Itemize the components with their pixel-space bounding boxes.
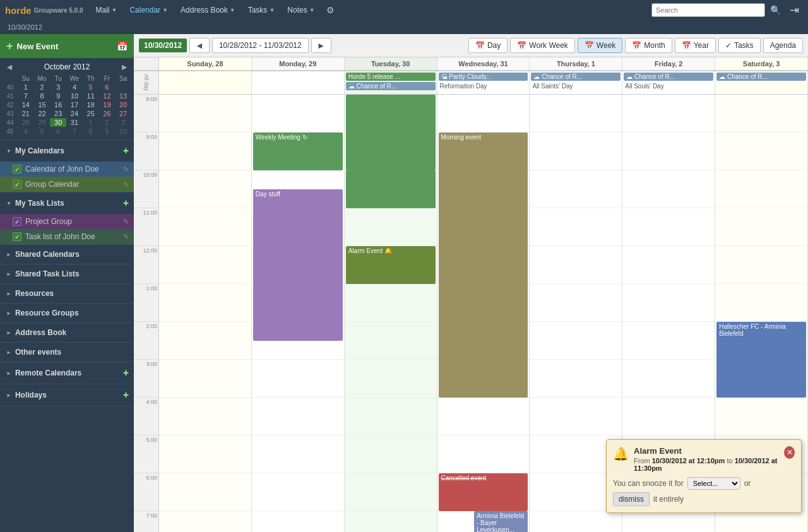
mini-cal-day[interactable]: 23 bbox=[50, 109, 66, 118]
slot-sat3-1200[interactable] bbox=[715, 246, 807, 284]
slot-fri2-700[interactable] bbox=[622, 511, 715, 532]
slot-tue30-200[interactable] bbox=[345, 322, 437, 360]
slot-fri2-1200[interactable] bbox=[622, 246, 715, 284]
mini-cal-day[interactable]: 8 bbox=[34, 92, 50, 100]
slot-thu1-800[interactable] bbox=[530, 95, 622, 133]
mini-cal-day[interactable]: 9 bbox=[99, 127, 116, 136]
holidays-header[interactable]: ► Holidays + bbox=[0, 384, 134, 406]
slot-sat3-800[interactable] bbox=[715, 95, 807, 133]
resources-header[interactable]: ► Resources bbox=[0, 284, 134, 303]
slot-tue30-1100[interactable] bbox=[345, 208, 437, 246]
slot-sun28-400[interactable] bbox=[159, 398, 251, 435]
nav-tasks[interactable]: Tasks ▼ bbox=[243, 3, 280, 17]
sidebar-item-project-group[interactable]: ✓ Project Group ✎ bbox=[0, 214, 134, 229]
view-month-button[interactable]: 📅 Month bbox=[625, 38, 672, 53]
slot-sun28-1000[interactable] bbox=[159, 170, 251, 208]
allday-event-chance-sat[interactable]: ☁ Chance of R... bbox=[716, 73, 806, 81]
event-cancelled[interactable]: Cancelled event bbox=[439, 473, 528, 511]
event-morning-event[interactable]: Morning event bbox=[439, 133, 528, 398]
slot-sun28-900[interactable] bbox=[159, 133, 251, 170]
slot-thu1-400[interactable] bbox=[530, 398, 622, 435]
slot-mon29-600[interactable] bbox=[252, 473, 344, 511]
mini-cal-day[interactable]: 10 bbox=[66, 92, 83, 100]
view-workweek-button[interactable]: 📅 Work Week bbox=[510, 38, 575, 53]
mini-cal-day[interactable]: 26 bbox=[99, 109, 116, 118]
mini-cal-day[interactable]: 10 bbox=[115, 127, 131, 136]
event-arminia-wed[interactable]: Arminia Bielefeld - Bayer Leverkusen... bbox=[474, 511, 528, 532]
view-year-button[interactable]: 📅 Year bbox=[675, 38, 716, 53]
add-holiday-button[interactable]: + bbox=[123, 389, 129, 401]
slot-tue30-700[interactable] bbox=[345, 511, 437, 532]
mini-cal-day[interactable]: 7 bbox=[66, 127, 83, 136]
mini-cal-day[interactable]: 3 bbox=[50, 83, 66, 92]
john-doe-tasks-edit-icon[interactable]: ✎ bbox=[123, 233, 129, 241]
slot-mon29-300[interactable] bbox=[252, 360, 344, 398]
mini-cal-day[interactable]: 4 bbox=[18, 127, 34, 136]
slot-thu1-300[interactable] bbox=[530, 360, 622, 398]
event-tue-block2[interactable] bbox=[346, 170, 436, 208]
settings-button[interactable]: ⚙ bbox=[323, 4, 338, 16]
mini-cal-day[interactable]: 27 bbox=[115, 109, 131, 118]
mini-cal-day[interactable]: 29 bbox=[34, 118, 50, 127]
mini-cal-prev[interactable]: ◄ bbox=[5, 62, 14, 72]
slot-sun28-300[interactable] bbox=[159, 360, 251, 398]
sidebar-item-john-doe-calendar[interactable]: ✓ Calendar of John Doe ✎ bbox=[0, 162, 134, 177]
view-agenda-button[interactable]: Agenda bbox=[763, 38, 803, 53]
mini-cal-day[interactable]: 18 bbox=[83, 100, 99, 109]
slot-sun28-1100[interactable] bbox=[159, 208, 251, 246]
slot-wed31-800[interactable] bbox=[437, 95, 530, 133]
mini-cal-day[interactable]: 21 bbox=[18, 109, 34, 118]
mini-cal-day[interactable]: 8 bbox=[83, 127, 99, 136]
mini-cal-day[interactable]: 11 bbox=[83, 92, 99, 100]
add-task-list-button[interactable]: + bbox=[123, 198, 129, 209]
slot-fri2-400[interactable] bbox=[622, 398, 715, 435]
slot-sat3-1100[interactable] bbox=[715, 208, 807, 246]
address-book-header[interactable]: ► Address Book bbox=[0, 323, 134, 342]
slot-fri2-100[interactable] bbox=[622, 284, 715, 322]
slot-thu1-1200[interactable] bbox=[530, 246, 622, 284]
mini-cal-day[interactable]: 9 bbox=[50, 92, 66, 100]
nav-notes[interactable]: Notes ▼ bbox=[282, 3, 319, 17]
allday-event-chance-thu[interactable]: ☁ Chance of R... bbox=[531, 73, 621, 81]
slot-tue30-500[interactable] bbox=[345, 435, 437, 473]
slot-sun28-500[interactable] bbox=[159, 435, 251, 473]
slot-mon29-700[interactable] bbox=[252, 511, 344, 532]
john-doe-calendar-edit-icon[interactable]: ✎ bbox=[123, 165, 129, 174]
event-alarm[interactable]: Alarm Event 🔔 bbox=[346, 246, 436, 284]
mini-cal-day[interactable]: 19 bbox=[99, 100, 116, 109]
nav-mail[interactable]: Mail ▼ bbox=[90, 3, 122, 17]
slot-sun28-700[interactable] bbox=[159, 511, 251, 532]
slot-fri2-300[interactable] bbox=[622, 360, 715, 398]
slot-thu1-1000[interactable] bbox=[530, 170, 622, 208]
event-day-stuff[interactable]: Day stuff bbox=[253, 189, 343, 341]
logout-button[interactable]: ⇥ bbox=[786, 2, 803, 18]
mini-cal-day[interactable]: 1 bbox=[83, 118, 99, 127]
slot-sun28-600[interactable] bbox=[159, 473, 251, 511]
mini-cal-day[interactable]: 13 bbox=[115, 92, 131, 100]
mini-cal-day[interactable]: 14 bbox=[18, 100, 34, 109]
next-week-button[interactable]: ► bbox=[311, 38, 331, 53]
slot-wed31-400[interactable] bbox=[437, 398, 530, 435]
add-remote-calendar-button[interactable]: + bbox=[123, 367, 129, 379]
project-group-edit-icon[interactable]: ✎ bbox=[123, 218, 129, 226]
mini-cal-day[interactable]: 2 bbox=[99, 118, 116, 127]
slot-sun28-200[interactable] bbox=[159, 322, 251, 360]
group-calendar-edit-icon[interactable]: ✎ bbox=[123, 180, 129, 189]
allday-event-chance-tue[interactable]: ☁ Chance of R... bbox=[346, 82, 436, 90]
nav-calendar[interactable]: Calendar ▼ bbox=[124, 3, 173, 17]
slot-sat3-100[interactable] bbox=[715, 284, 807, 322]
mini-cal-day[interactable]: 7 bbox=[18, 92, 34, 100]
slot-thu1-200[interactable] bbox=[530, 322, 622, 360]
mini-cal-day[interactable]: 20 bbox=[115, 100, 131, 109]
slot-fri2-200[interactable] bbox=[622, 322, 715, 360]
mini-cal-day[interactable]: 5 bbox=[34, 127, 50, 136]
dismiss-button[interactable]: dismiss bbox=[613, 492, 650, 506]
snooze-select[interactable]: Select... 5 minutes 10 minutes 15 minute… bbox=[687, 477, 740, 490]
mini-cal-day[interactable]: 30 bbox=[50, 118, 66, 127]
slot-sat3-900[interactable] bbox=[715, 133, 807, 170]
slot-tue30-100[interactable] bbox=[345, 284, 437, 322]
mini-cal-day[interactable]: 31 bbox=[66, 118, 83, 127]
mini-cal-day[interactable]: 6 bbox=[99, 83, 116, 92]
add-calendar-button[interactable]: + bbox=[123, 145, 129, 157]
resource-groups-header[interactable]: ► Resource Groups bbox=[0, 304, 134, 322]
